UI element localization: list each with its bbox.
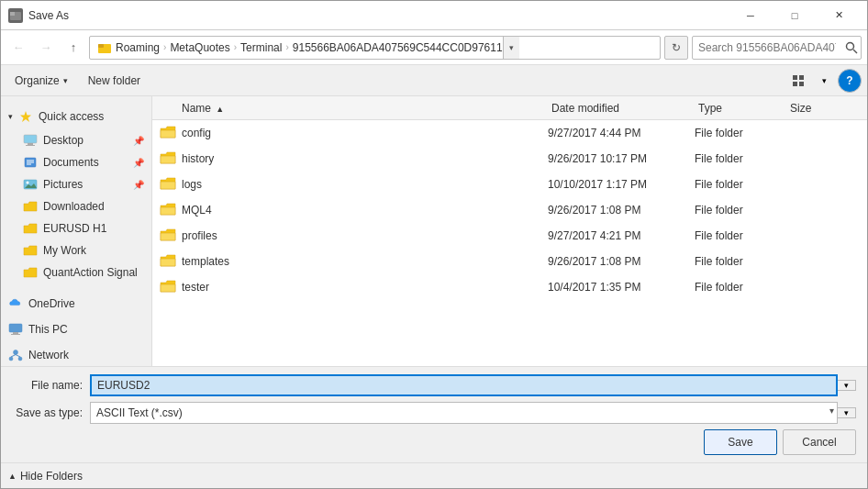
svg-rect-23 — [11, 334, 20, 335]
filename-input[interactable] — [90, 374, 838, 396]
table-row[interactable]: tester 10/4/2017 1:35 PM File folder — [152, 274, 867, 300]
col-header-name[interactable]: Name ▲ — [178, 102, 548, 115]
svg-point-24 — [14, 350, 18, 355]
sidebar-item-my-work[interactable]: My Work — [1, 239, 151, 261]
table-row[interactable]: history 9/26/2017 10:17 PM File folder — [152, 146, 867, 172]
file-type: File folder — [695, 204, 786, 217]
folder-icon — [160, 202, 176, 218]
file-date: 10/4/2017 1:35 PM — [548, 281, 695, 294]
svg-marker-10 — [20, 111, 31, 122]
new-folder-label: New folder — [88, 74, 140, 87]
filename-label: File name: — [12, 379, 90, 392]
svg-rect-6 — [793, 75, 797, 80]
table-row[interactable]: config 9/27/2017 4:44 PM File folder — [152, 120, 867, 146]
savetype-select[interactable]: ASCII Text (*.csv) — [90, 402, 838, 424]
table-row[interactable]: templates 9/26/2017 1:08 PM File folder — [152, 249, 867, 274]
file-date: 9/26/2017 1:08 PM — [548, 255, 695, 268]
bottom-area: File name: ▾ Save as type: ASCII Text (*… — [1, 366, 867, 462]
quick-access-chevron: ▾ — [8, 112, 13, 121]
col-header-size[interactable]: Size — [786, 102, 860, 115]
bottom-buttons: Save Cancel — [12, 429, 856, 455]
pictures-pin-icon: 📌 — [133, 180, 144, 190]
new-folder-button[interactable]: New folder — [80, 69, 149, 93]
sidebar-onedrive[interactable]: OneDrive — [1, 291, 151, 317]
svg-point-26 — [18, 357, 22, 361]
computer-icon — [8, 323, 23, 336]
sidebar-section-quick-access[interactable]: ▾ Quick access — [1, 104, 151, 129]
file-date: 9/26/2017 10:17 PM — [548, 152, 695, 165]
desktop-icon — [23, 133, 38, 148]
quantaction-folder-icon — [23, 265, 38, 280]
sidebar-item-pictures[interactable]: Pictures 📌 — [1, 173, 151, 195]
svg-rect-21 — [9, 324, 22, 332]
view-toggle-button[interactable] — [786, 69, 810, 93]
savetype-row: Save as type: ASCII Text (*.csv) ▾ — [12, 402, 856, 424]
my-work-folder-icon — [23, 243, 38, 258]
maximize-button[interactable]: □ — [773, 1, 816, 30]
sidebar-this-pc[interactable]: This PC — [1, 317, 151, 342]
svg-line-27 — [11, 355, 16, 358]
sidebar-desktop-label: Desktop — [43, 134, 83, 147]
view-dropdown-button[interactable]: ▾ — [812, 69, 836, 93]
file-name: logs — [182, 178, 548, 191]
main-content: ▾ Quick access Desktop 📌 — [1, 96, 867, 366]
sidebar-item-desktop[interactable]: Desktop 📌 — [1, 129, 151, 151]
savetype-select-wrap: ASCII Text (*.csv) — [90, 402, 838, 424]
window-controls: ─ □ ✕ — [729, 1, 860, 30]
file-date: 9/27/2017 4:44 PM — [548, 127, 695, 139]
hide-folders-button[interactable]: ▲ Hide Folders — [8, 470, 83, 483]
search-icon-button[interactable] — [841, 37, 861, 59]
file-type: File folder — [695, 178, 786, 191]
sidebar-item-documents[interactable]: Documents 📌 — [1, 151, 151, 173]
hide-folders-label: Hide Folders — [20, 470, 83, 483]
file-date: 10/10/2017 1:17 PM — [548, 178, 695, 191]
view-options: ▾ ? — [786, 69, 862, 93]
file-name: config — [182, 127, 548, 139]
title-bar: Save As ─ □ ✕ — [1, 1, 867, 30]
forward-button[interactable]: → — [34, 36, 58, 60]
svg-rect-22 — [13, 332, 18, 334]
folder-icon — [160, 176, 176, 193]
sidebar-item-downloaded[interactable]: Downloaded — [1, 195, 151, 217]
search-input[interactable] — [693, 41, 841, 54]
col-header-type[interactable]: Type — [695, 102, 786, 115]
svg-rect-13 — [26, 145, 35, 146]
svg-rect-9 — [799, 82, 804, 86]
hide-folders-chevron-icon: ▲ — [8, 472, 17, 481]
filename-dropdown-button[interactable]: ▾ — [838, 380, 856, 391]
breadcrumb: Roaming › MetaQuotes › Terminal › 915566… — [116, 41, 503, 54]
table-row[interactable]: profiles 9/27/2017 4:21 PM File folder — [152, 223, 867, 249]
close-button[interactable]: ✕ — [818, 1, 860, 30]
up-button[interactable]: ↑ — [61, 36, 85, 60]
savetype-dropdown-button[interactable]: ▾ — [838, 407, 856, 418]
address-bar[interactable]: Roaming › MetaQuotes › Terminal › 915566… — [89, 36, 661, 60]
refresh-button[interactable]: ↻ — [664, 36, 688, 60]
sidebar-eurusd-label: EURUSD H1 — [43, 222, 106, 235]
col-header-date[interactable]: Date modified — [548, 102, 695, 115]
sidebar-item-quantaction-signal[interactable]: QuantAction Signal — [1, 261, 151, 283]
sidebar-network[interactable]: Network — [1, 342, 151, 366]
sidebar-item-eurusd-h1[interactable]: EURUSD H1 — [1, 217, 151, 239]
svg-rect-8 — [793, 82, 797, 86]
back-button[interactable]: ← — [6, 36, 30, 60]
svg-line-28 — [16, 355, 20, 358]
cancel-button[interactable]: Cancel — [783, 429, 856, 455]
search-icon — [845, 41, 858, 54]
svg-rect-1 — [10, 12, 15, 16]
minimize-button[interactable]: ─ — [729, 1, 772, 30]
address-dropdown-button[interactable]: ▾ — [503, 36, 519, 60]
filename-row: File name: ▾ — [12, 374, 856, 396]
eurusd-folder-icon — [23, 221, 38, 236]
network-icon — [8, 349, 23, 361]
organize-button[interactable]: Organize ▾ — [6, 69, 76, 93]
save-button[interactable]: Save — [704, 429, 777, 455]
organize-chevron-icon: ▾ — [63, 76, 68, 85]
help-button[interactable]: ? — [838, 69, 862, 93]
table-row[interactable]: MQL4 9/26/2017 1:08 PM File folder — [152, 197, 867, 223]
sidebar-quick-access-label: Quick access — [39, 110, 104, 123]
table-row[interactable]: logs 10/10/2017 1:17 PM File folder — [152, 172, 867, 197]
address-bar-row: ← → ↑ Roaming › MetaQuotes › Terminal › … — [1, 30, 867, 65]
savetype-label: Save as type: — [12, 406, 90, 419]
svg-point-4 — [846, 42, 853, 50]
svg-rect-3 — [98, 44, 104, 48]
